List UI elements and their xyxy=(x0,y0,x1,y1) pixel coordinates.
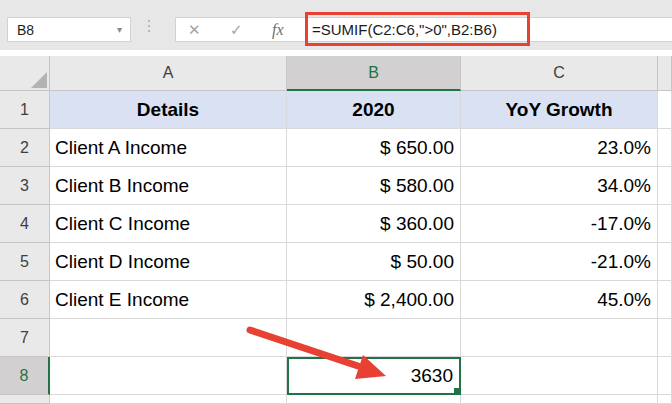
cell-c4[interactable]: -17.0% xyxy=(461,205,658,243)
name-box[interactable]: B8 ▾ xyxy=(7,17,131,42)
cell-a9-sliver[interactable] xyxy=(50,395,287,404)
cell-b1[interactable]: 2020 xyxy=(287,91,461,129)
formula-bar-divider xyxy=(148,20,150,32)
excel-window: B8 ▾ ✕ ✓ fx =SUMIF(C2:C6,">0",B2:B6) A B… xyxy=(0,0,672,404)
formula-highlight-annotation xyxy=(305,12,530,46)
select-all-corner[interactable] xyxy=(0,56,50,91)
row-header-8[interactable]: 8 xyxy=(0,357,50,395)
cell-c6[interactable]: 45.0% xyxy=(461,281,658,319)
cell-b5[interactable]: $ 50.00 xyxy=(287,243,461,281)
cell-a8[interactable] xyxy=(50,357,287,395)
formula-toolbar: B8 ▾ ✕ ✓ fx =SUMIF(C2:C6,">0",B2:B6) xyxy=(0,0,672,50)
insert-function-icon[interactable]: fx xyxy=(272,18,284,41)
fill-handle[interactable] xyxy=(453,387,461,395)
cell-d8[interactable] xyxy=(658,357,672,395)
cell-a2[interactable]: Client A Income xyxy=(50,129,287,167)
worksheet-grid: A B C 1 Details 2020 YoY Growth 2 Client… xyxy=(0,56,672,404)
cell-a4[interactable]: Client C Income xyxy=(50,205,287,243)
cell-d4[interactable] xyxy=(658,205,672,243)
cell-c7[interactable] xyxy=(461,319,658,357)
cell-d2[interactable] xyxy=(658,129,672,167)
cell-a3[interactable]: Client B Income xyxy=(50,167,287,205)
cell-d7[interactable] xyxy=(658,319,672,357)
column-header-c[interactable]: C xyxy=(461,56,658,91)
row-header-5[interactable]: 5 xyxy=(0,243,50,281)
column-header-b[interactable]: B xyxy=(287,56,461,91)
row-header-1[interactable]: 1 xyxy=(0,91,50,129)
row-header-6[interactable]: 6 xyxy=(0,281,50,319)
cell-a6[interactable]: Client E Income xyxy=(50,281,287,319)
cell-b6[interactable]: $ 2,400.00 xyxy=(287,281,461,319)
column-header-a[interactable]: A xyxy=(50,56,287,91)
cell-c9-sliver[interactable] xyxy=(461,395,658,404)
cell-b9-sliver[interactable] xyxy=(287,395,461,404)
cell-d1[interactable] xyxy=(658,91,672,129)
cell-b8-selected[interactable]: 3630 xyxy=(287,357,461,395)
cell-c5[interactable]: -21.0% xyxy=(461,243,658,281)
cell-c1[interactable]: YoY Growth xyxy=(461,91,658,129)
row-header-7[interactable]: 7 xyxy=(0,319,50,357)
row-header-4[interactable]: 4 xyxy=(0,205,50,243)
cell-b4[interactable]: $ 360.00 xyxy=(287,205,461,243)
cell-a7[interactable] xyxy=(50,319,287,357)
select-all-triangle-icon xyxy=(31,72,47,88)
row-header-2[interactable]: 2 xyxy=(0,129,50,167)
name-box-dropdown-icon[interactable]: ▾ xyxy=(117,24,122,35)
cell-b3[interactable]: $ 580.00 xyxy=(287,167,461,205)
cell-b7[interactable] xyxy=(287,319,461,357)
cell-b2[interactable]: $ 650.00 xyxy=(287,129,461,167)
cell-d9-sliver[interactable] xyxy=(658,395,672,404)
cancel-icon[interactable]: ✕ xyxy=(188,18,201,41)
name-box-cell-ref: B8 xyxy=(8,22,34,38)
cell-c3[interactable]: 34.0% xyxy=(461,167,658,205)
row-header-9-sliver[interactable] xyxy=(0,395,50,404)
column-header-d-sliver[interactable] xyxy=(658,56,672,91)
enter-icon[interactable]: ✓ xyxy=(230,18,243,41)
cell-d6[interactable] xyxy=(658,281,672,319)
cell-c2[interactable]: 23.0% xyxy=(461,129,658,167)
cell-d3[interactable] xyxy=(658,167,672,205)
row-header-3[interactable]: 3 xyxy=(0,167,50,205)
cell-a1[interactable]: Details xyxy=(50,91,287,129)
cell-d5[interactable] xyxy=(658,243,672,281)
cell-c8[interactable] xyxy=(461,357,658,395)
cell-a5[interactable]: Client D Income xyxy=(50,243,287,281)
